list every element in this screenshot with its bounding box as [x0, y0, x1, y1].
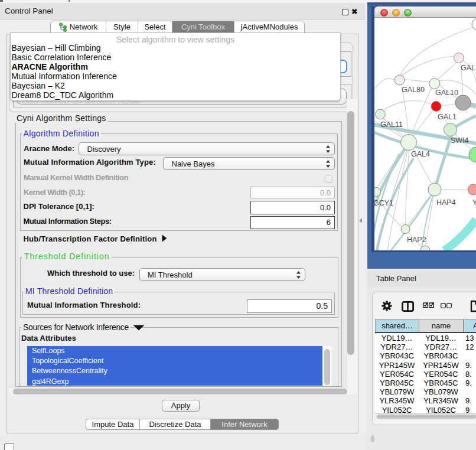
svg-text:SWI4: SWI4 [451, 136, 469, 145]
svg-text:Y: Y [472, 198, 476, 207]
svg-text:GCY1: GCY1 [374, 199, 393, 207]
svg-text:GAL7: GAL7 [461, 64, 476, 72]
svg-text:GAL10: GAL10 [435, 89, 458, 97]
svg-text:GAL80: GAL80 [402, 86, 425, 94]
svg-text:HAP2: HAP2 [407, 236, 426, 244]
svg-text:GAL4: GAL4 [411, 150, 430, 158]
svg-text:HAP4: HAP4 [436, 198, 456, 207]
svg-text:GAL11: GAL11 [380, 120, 403, 129]
svg-text:GAL1: GAL1 [438, 113, 457, 121]
